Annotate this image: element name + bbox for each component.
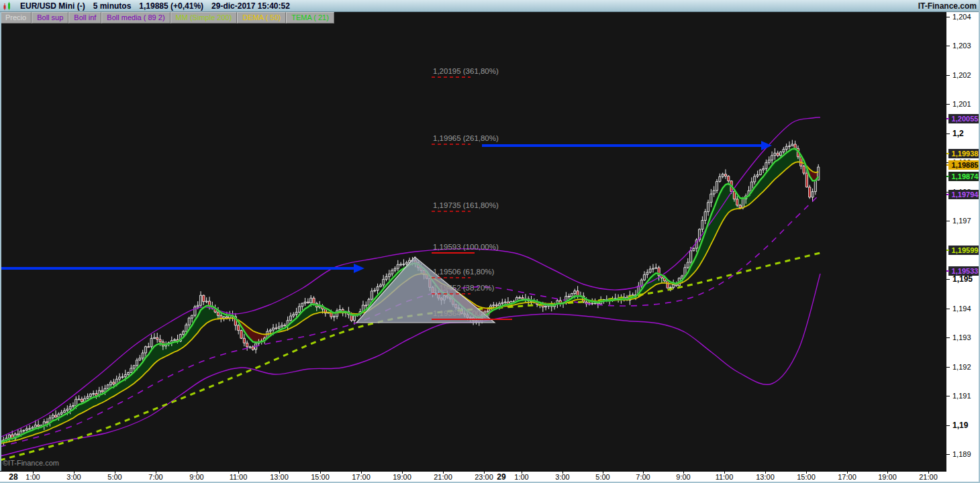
toolbar-item-dema-50[interactable]: DEMA ( 50): [237, 12, 286, 23]
time-tick-label: 7:00: [628, 472, 658, 482]
price-tick-label: 1,2: [946, 129, 980, 138]
toolbar-item-tema-21[interactable]: TEMA ( 21): [286, 12, 334, 23]
price-tick-label: 1,201: [946, 99, 980, 109]
price-badge-mm200: 1,19599: [948, 246, 980, 255]
price-badge-boll-media: 1,19794: [948, 190, 980, 199]
fib-level-label: 1,19506 (61,80%): [433, 268, 495, 276]
price-tick-label: 1,19: [946, 421, 980, 430]
toolbar-item-mm-simple-200[interactable]: MM (Simple 200): [170, 12, 238, 23]
price-badge-tick: [946, 118, 949, 119]
chart-svg[interactable]: 1,20195 (361,80%)1,19965 (261,80%)1,1973…: [0, 12, 946, 471]
price-badge-tick: [946, 250, 949, 251]
time-tick-label: 21:00: [428, 472, 458, 482]
chart-area[interactable]: 1,20195 (361,80%)1,19965 (261,80%)1,1973…: [0, 12, 946, 471]
time-tick-label: 1:00: [18, 472, 48, 482]
time-tick-label: 15:00: [791, 472, 821, 482]
fib-level-label: 1,19965 (261,80%): [433, 134, 499, 142]
time-tick-label: 13:00: [264, 472, 294, 482]
time-tick-label: 17:00: [346, 472, 376, 482]
time-tick-label: 11:00: [224, 472, 253, 482]
toolbar-item-precio[interactable]: Precio: [0, 12, 32, 23]
toolbar-item-boll-media[interactable]: Boll media ( 89 2): [101, 12, 170, 23]
time-tick-label: 9:00: [669, 472, 698, 482]
time-tick-label: 1:00: [507, 472, 536, 482]
fib-level-label: 1,19364 (0,00%): [433, 309, 490, 317]
brand-label: IT-Finance.com: [918, 1, 980, 11]
datetime-label: 29-dic-2017 15:40:52: [211, 1, 290, 11]
price-badge-tema: 1,19874: [948, 172, 980, 181]
time-tick-label: 15:00: [305, 472, 335, 482]
price-tick-label: 1,192: [946, 362, 980, 372]
time-tick-label: 19:00: [873, 472, 902, 482]
chart-bottom-border: [0, 471, 946, 472]
watermark: ©IT-Finance.com: [3, 459, 59, 467]
trading-app-window: EUR/USD Mini (-) 5 minutos 1,19885 (+0,4…: [0, 0, 980, 483]
indicator-toolbar: PrecioBoll supBoll infBoll media ( 89 2)…: [0, 12, 334, 23]
window-edge-left: [0, 12, 1, 471]
instrument-title: EUR/USD Mini (-): [20, 1, 85, 11]
fib-level-label: 1,19735 (161,80%): [433, 201, 499, 209]
price-tick-label: 1,191: [946, 391, 980, 400]
time-tick-label: 9:00: [182, 472, 211, 482]
price-tick-label: 1,203: [946, 41, 980, 50]
price-tick-label: 1,194: [946, 304, 980, 313]
price-tick-label: 1,204: [946, 12, 980, 21]
price-badge-boll-sup: 1,20055: [948, 114, 980, 123]
toolbar-item-boll-sup[interactable]: Boll sup: [32, 12, 68, 23]
last-price-change: 1,19885 (+0,41%): [139, 1, 203, 11]
price-tick-label: 1,189: [946, 449, 980, 459]
arrow-layer: [0, 141, 772, 273]
time-tick-label: 5:00: [100, 472, 130, 482]
time-tick-label: 21:00: [914, 472, 943, 482]
price-badge-last-price: 1,19885: [948, 160, 980, 170]
price-badge-dema: 1,19938: [948, 149, 980, 158]
price-tick-label: 1,195: [946, 274, 980, 284]
time-tick-label: 13:00: [750, 472, 780, 482]
fib-level-label: 1,19452 (38,20%): [433, 284, 495, 292]
price-tick-label: 1,197: [946, 216, 980, 225]
timeframe-label: 5 minutos: [93, 1, 132, 11]
fib-level-label: 1,19593 (100,00%): [433, 243, 499, 251]
time-tick-label: 17:00: [832, 472, 862, 482]
price-badge-tick: [946, 270, 949, 272]
price-tick-label: 1,193: [946, 333, 980, 342]
time-tick-label: 19:00: [387, 472, 417, 482]
candles-logo-icon: [3, 1, 12, 11]
price-badge-tick: [946, 176, 949, 177]
fib-level-label: 1,20195 (361,80%): [433, 67, 499, 75]
price-badge-tick: [946, 194, 949, 195]
price-badge-tick: [946, 153, 949, 154]
time-tick-label: 3:00: [59, 472, 89, 482]
time-tick-label: 11:00: [709, 472, 739, 482]
toolbar-item-boll-inf[interactable]: Boll inf: [68, 12, 101, 23]
time-tick-label: 3:00: [548, 472, 577, 482]
price-badge-boll-inf: 1,19533: [948, 266, 980, 276]
chart-title-bar: EUR/USD Mini (-) 5 minutos 1,19885 (+0,4…: [0, 0, 980, 12]
time-tick-label: 5:00: [588, 472, 618, 482]
price-badge-tick: [946, 164, 949, 166]
price-tick-label: 1,202: [946, 70, 980, 80]
time-tick-label: 7:00: [141, 472, 170, 482]
price-axis[interactable]: 1,2041,2031,2021,2011,21,1991,1981,1971,…: [946, 12, 980, 471]
